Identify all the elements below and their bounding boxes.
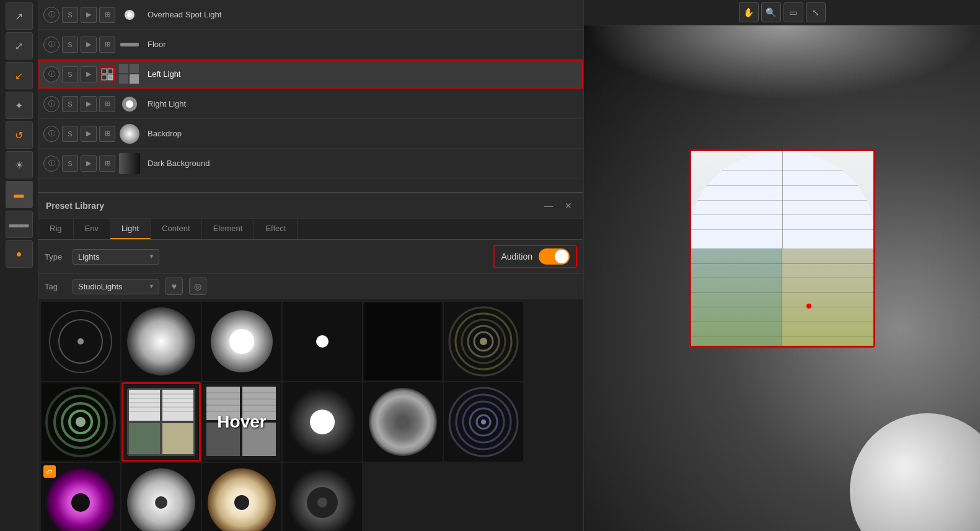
dot-tool-btn[interactable]: ● — [6, 240, 33, 268]
scene-row-darkbg[interactable]: ⓘ S ▶ ⊞ Dark Background — [38, 149, 583, 178]
svg-point-23 — [229, 329, 254, 354]
svg-rect-62 — [206, 423, 240, 456]
grid-item-13[interactable]: 🏷 — [41, 463, 120, 531]
right-panel: ✋ 🔍 ▭ ⤡ — [583, 0, 980, 531]
frame-tool-btn[interactable]: ▬ — [6, 181, 33, 208]
row-extra-backdrop[interactable]: ⊞ — [99, 126, 115, 142]
row-extra-rightlight[interactable]: ⊞ — [99, 96, 115, 112]
grid-item-4[interactable] — [283, 302, 362, 381]
film-tool-btn[interactable]: ▬▬ — [6, 211, 33, 238]
preset-close-btn[interactable]: ✕ — [561, 198, 576, 213]
tab-element[interactable]: Element — [202, 219, 255, 239]
svg-point-74 — [310, 410, 335, 434]
audition-label: Audition — [501, 252, 532, 261]
row-solo-backdrop[interactable]: S — [62, 126, 78, 142]
row-extra-overhead[interactable]: ⊞ — [99, 7, 115, 23]
row-solo-overhead[interactable]: S — [62, 7, 78, 23]
row-select-overhead[interactable]: ▶ — [81, 7, 97, 23]
tab-env[interactable]: Env — [74, 219, 110, 239]
select-tool-btn[interactable]: ↗ — [6, 2, 33, 30]
svg-rect-58 — [162, 423, 193, 454]
tab-effect[interactable]: Effect — [254, 219, 298, 239]
row-toggle-floor[interactable]: ⓘ — [43, 37, 60, 53]
right-viewport-toolbar: ✋ 🔍 ▭ ⤡ — [584, 0, 980, 25]
svg-rect-8 — [130, 64, 139, 73]
vp-tool-expand[interactable]: ⤡ — [806, 2, 826, 22]
preset-library-title: Preset Library — [46, 201, 104, 211]
grid-item-2[interactable] — [121, 302, 201, 381]
row-toggle-overhead[interactable]: ⓘ — [43, 7, 60, 23]
scene-row-rightlight[interactable]: ⓘ S ▶ ⊞ Right Light — [38, 89, 583, 119]
row-select-leftlight[interactable]: ▶ — [81, 66, 97, 82]
svg-rect-57 — [129, 423, 160, 454]
tag-select[interactable]: StudioLights Outdoor Indoor Fantasy — [73, 279, 159, 294]
row-solo-darkbg[interactable]: S — [62, 156, 78, 172]
row-toggle-darkbg[interactable]: ⓘ — [43, 156, 60, 172]
preset-library-header: Preset Library — ✕ — [38, 193, 583, 219]
grid-item-15[interactable] — [202, 463, 281, 531]
tab-light[interactable]: Light — [110, 219, 151, 239]
svg-rect-14 — [119, 153, 140, 174]
row-toggle-backdrop[interactable]: ⓘ — [43, 126, 60, 142]
grid-item-16[interactable] — [283, 463, 362, 531]
vp-tool-rect[interactable]: ▭ — [784, 2, 803, 22]
preset-library: Preset Library — ✕ Rig Env Light Content… — [38, 192, 583, 531]
bend-tool-btn[interactable]: ↺ — [6, 121, 33, 149]
grid-item-3[interactable] — [202, 302, 281, 381]
grid-item-10[interactable] — [283, 382, 362, 462]
svg-rect-4 — [108, 69, 113, 74]
scene-row-floor[interactable]: ⓘ S ▶ ⊞ Floor — [38, 30, 583, 59]
row-name-darkbg: Dark Background — [144, 159, 578, 168]
tag-label: Tag — [45, 282, 66, 291]
row-solo-rightlight[interactable]: S — [62, 96, 78, 112]
row-select-backdrop[interactable]: ▶ — [81, 126, 97, 142]
row-select-rightlight[interactable]: ▶ — [81, 96, 97, 112]
row-solo-leftlight[interactable]: S — [62, 66, 78, 82]
row-toggle-leftlight[interactable]: ⓘ — [43, 66, 60, 82]
favorite-btn[interactable]: ♥ — [166, 278, 183, 295]
grid-item-5[interactable] — [363, 302, 443, 381]
row-name-leftlight: Left Light — [144, 69, 578, 79]
light-tool-btn[interactable]: ☀ — [6, 151, 33, 178]
scene-row-overhead[interactable]: ⓘ S ▶ ⊞ Overhead Spot Light — [38, 0, 583, 30]
move-tool-btn[interactable]: ✦ — [6, 92, 33, 119]
grid-item-6[interactable] — [444, 302, 523, 381]
grid-item-14[interactable] — [121, 463, 201, 531]
svg-point-40 — [76, 417, 86, 427]
scene-row-leftlight[interactable]: ⓘ S ▶ Left Light — [38, 59, 583, 89]
vp-tool-search[interactable]: 🔍 — [761, 2, 781, 22]
vp-tool-hand[interactable]: ✋ — [739, 2, 759, 22]
row-select-darkbg[interactable]: ▶ — [81, 156, 97, 172]
row-toggle-rightlight[interactable]: ⓘ — [43, 96, 60, 112]
grid-item-12[interactable] — [444, 382, 523, 462]
row-solo-floor[interactable]: S — [62, 37, 78, 53]
svg-point-18 — [77, 338, 84, 344]
tab-content[interactable]: Content — [151, 219, 202, 239]
preset-minimize-btn[interactable]: — — [541, 198, 556, 213]
rotate-tool-btn[interactable]: ↙ — [6, 62, 33, 89]
row-select-floor[interactable]: ▶ — [81, 37, 97, 53]
grid-item-8[interactable] — [121, 382, 201, 462]
tab-rig[interactable]: Rig — [38, 219, 74, 239]
left-toolbar: ↗ ⤢ ↙ ✦ ↺ ☀ ▬ ▬▬ ● — [0, 0, 38, 531]
toggle-knob — [555, 250, 568, 263]
grid-item-1[interactable] — [41, 302, 120, 381]
type-label: Type — [45, 252, 66, 261]
row-extra-darkbg[interactable]: ⊞ — [99, 156, 115, 172]
row-extra-leftlight[interactable] — [99, 66, 115, 82]
row-thumb-leftlight — [118, 63, 141, 86]
grid-item-11[interactable] — [363, 382, 443, 462]
row-extra-floor[interactable]: ⊞ — [99, 37, 115, 53]
audition-toggle[interactable] — [539, 248, 570, 265]
grid-item-9[interactable]: Hover — [202, 382, 281, 462]
scene-row-backdrop[interactable]: ⓘ S ▶ ⊞ Backdrop — [38, 119, 583, 149]
row-name-floor: Floor — [144, 40, 578, 49]
row-thumb-backdrop — [118, 122, 141, 146]
transform-tool-btn[interactable]: ⤢ — [6, 32, 33, 59]
preset-header-actions: — ✕ — [541, 198, 576, 213]
grid-item-7[interactable] — [41, 382, 120, 462]
svg-point-77 — [398, 417, 408, 427]
type-filter-row: Type Lights Spotlights Area Lights Point… — [38, 240, 583, 274]
type-select[interactable]: Lights Spotlights Area Lights Point Ligh… — [73, 249, 159, 265]
filter-extra-btn[interactable]: ◎ — [189, 278, 206, 295]
